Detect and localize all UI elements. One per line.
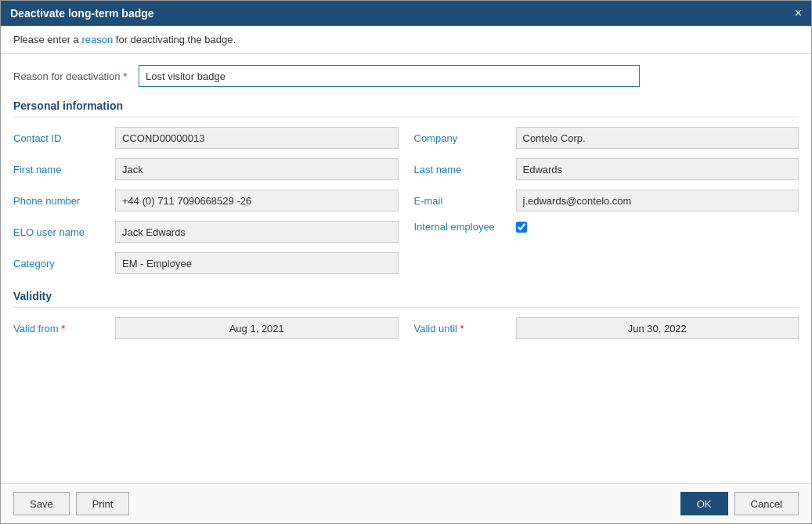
contact-id-row: Contact ID (13, 127, 399, 149)
internal-employee-row: Internal employee (414, 221, 799, 233)
valid-from-label: Valid from (13, 323, 115, 334)
reason-row: Reason for deactivation (13, 65, 799, 87)
dialog-footer: Save Print OK Cancel (1, 483, 811, 523)
phone-row: Phone number (13, 190, 399, 211)
close-button[interactable]: × (795, 7, 802, 20)
email-label: E-mail (414, 195, 516, 207)
email-row: E-mail (414, 190, 799, 211)
dialog-body: Reason for deactivation Personal informa… (1, 54, 811, 483)
internal-employee-label: Internal employee (414, 221, 516, 233)
validity-title: Validity (13, 290, 799, 302)
save-button[interactable]: Save (13, 492, 70, 515)
cancel-button[interactable]: Cancel (734, 492, 799, 515)
company-input[interactable] (516, 127, 799, 149)
contact-id-label: Contact ID (13, 132, 115, 144)
elo-user-row: ELO user name (13, 221, 399, 243)
phone-input[interactable] (115, 190, 399, 211)
internal-employee-checkbox[interactable] (516, 222, 527, 233)
notice-text: Please enter a reason for deactivating t… (13, 34, 236, 45)
print-button[interactable]: Print (76, 492, 130, 515)
elo-user-label: ELO user name (13, 226, 115, 238)
reason-input[interactable] (139, 65, 640, 87)
category-label: Category (13, 258, 115, 269)
footer-right: OK Cancel (680, 492, 799, 515)
category-row: Category (13, 252, 399, 274)
validity-grid: Valid from Valid until (13, 317, 799, 349)
valid-until-row: Valid until (414, 317, 799, 339)
personal-info-grid: Contact ID First name Phone number ELO u… (13, 127, 799, 284)
contact-id-input[interactable] (115, 127, 399, 149)
valid-until-label: Valid until (414, 323, 516, 334)
validity-section: Validity Valid from Valid until (13, 290, 799, 349)
valid-from-input[interactable] (115, 317, 399, 339)
notice-link: reason (81, 34, 113, 45)
reason-label: Reason for deactivation (13, 70, 139, 82)
elo-user-input[interactable] (115, 221, 399, 243)
last-name-input[interactable] (516, 158, 799, 180)
internal-employee-checkbox-wrapper (516, 222, 527, 233)
first-name-row: First name (13, 158, 399, 180)
valid-from-row: Valid from (13, 317, 399, 339)
dialog-title: Deactivate long-term badge (10, 7, 154, 20)
phone-label: Phone number (13, 195, 115, 207)
category-input[interactable] (115, 252, 399, 274)
dialog-title-bar: Deactivate long-term badge × (1, 1, 811, 26)
ok-button[interactable]: OK (680, 492, 728, 515)
validity-divider (13, 307, 799, 308)
dialog-notice: Please enter a reason for deactivating t… (1, 26, 811, 54)
email-input[interactable] (516, 190, 799, 211)
valid-until-input[interactable] (516, 317, 799, 339)
deactivate-badge-dialog: Deactivate long-term badge × Please ente… (0, 0, 812, 524)
company-label: Company (414, 132, 516, 144)
personal-info-divider (13, 117, 799, 117)
first-name-input[interactable] (115, 158, 399, 180)
last-name-label: Last name (414, 164, 516, 175)
personal-info-right: Company Last name E-mail Internal employ… (414, 127, 799, 284)
footer-left: Save Print (13, 492, 129, 515)
personal-info-title: Personal information (13, 99, 799, 112)
last-name-row: Last name (414, 158, 799, 180)
first-name-label: First name (13, 164, 115, 175)
personal-info-left: Contact ID First name Phone number ELO u… (13, 127, 399, 284)
company-row: Company (414, 127, 799, 149)
